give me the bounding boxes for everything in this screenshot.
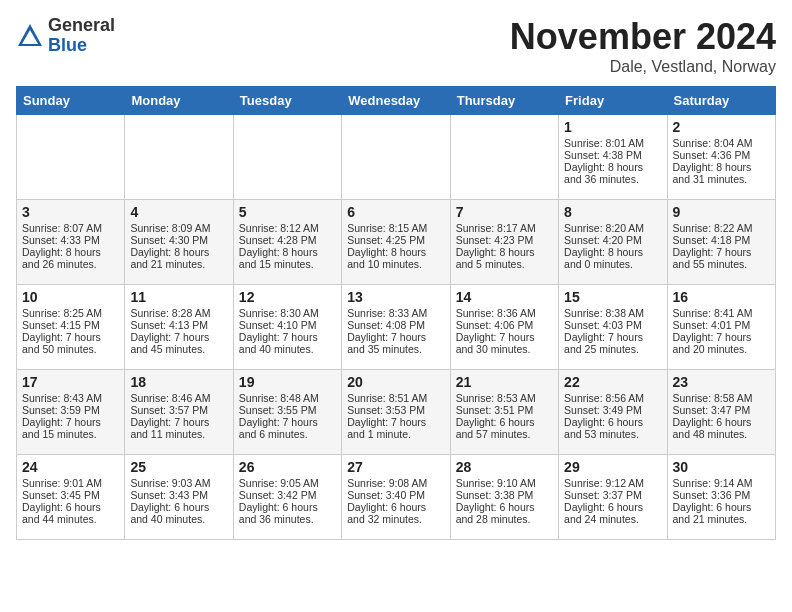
day-number: 27 — [347, 459, 444, 475]
column-header-friday: Friday — [559, 87, 667, 115]
calendar-cell — [125, 115, 233, 200]
day-info: Daylight: 7 hours and 15 minutes. — [22, 416, 119, 440]
column-header-thursday: Thursday — [450, 87, 558, 115]
calendar-cell: 25Sunrise: 9:03 AMSunset: 3:43 PMDayligh… — [125, 455, 233, 540]
calendar-cell — [450, 115, 558, 200]
day-number: 5 — [239, 204, 336, 220]
day-info: Sunrise: 8:58 AM — [673, 392, 770, 404]
day-info: Sunset: 4:06 PM — [456, 319, 553, 331]
calendar-cell: 5Sunrise: 8:12 AMSunset: 4:28 PMDaylight… — [233, 200, 341, 285]
calendar-cell: 22Sunrise: 8:56 AMSunset: 3:49 PMDayligh… — [559, 370, 667, 455]
calendar-week-4: 17Sunrise: 8:43 AMSunset: 3:59 PMDayligh… — [17, 370, 776, 455]
day-number: 4 — [130, 204, 227, 220]
calendar-cell: 19Sunrise: 8:48 AMSunset: 3:55 PMDayligh… — [233, 370, 341, 455]
day-info: Sunset: 4:33 PM — [22, 234, 119, 246]
day-info: Sunset: 4:08 PM — [347, 319, 444, 331]
logo-icon — [16, 22, 44, 50]
month-year: November 2024 — [510, 16, 776, 58]
day-info: Sunrise: 8:38 AM — [564, 307, 661, 319]
day-number: 12 — [239, 289, 336, 305]
day-info: Sunset: 3:47 PM — [673, 404, 770, 416]
day-info: Sunset: 3:45 PM — [22, 489, 119, 501]
logo-text: General Blue — [48, 16, 115, 56]
day-number: 15 — [564, 289, 661, 305]
day-info: Daylight: 8 hours and 0 minutes. — [564, 246, 661, 270]
day-info: Sunset: 4:23 PM — [456, 234, 553, 246]
day-info: Daylight: 6 hours and 57 minutes. — [456, 416, 553, 440]
day-info: Sunset: 3:51 PM — [456, 404, 553, 416]
page-header: General Blue November 2024 Dale, Vestlan… — [16, 16, 776, 76]
day-info: Sunset: 4:13 PM — [130, 319, 227, 331]
day-info: Sunrise: 8:41 AM — [673, 307, 770, 319]
calendar-cell: 14Sunrise: 8:36 AMSunset: 4:06 PMDayligh… — [450, 285, 558, 370]
calendar-cell: 20Sunrise: 8:51 AMSunset: 3:53 PMDayligh… — [342, 370, 450, 455]
day-info: Sunrise: 8:53 AM — [456, 392, 553, 404]
day-info: Sunset: 4:03 PM — [564, 319, 661, 331]
day-info: Daylight: 6 hours and 48 minutes. — [673, 416, 770, 440]
calendar-cell: 18Sunrise: 8:46 AMSunset: 3:57 PMDayligh… — [125, 370, 233, 455]
day-info: Daylight: 6 hours and 28 minutes. — [456, 501, 553, 525]
day-info: Sunrise: 8:17 AM — [456, 222, 553, 234]
calendar-cell: 15Sunrise: 8:38 AMSunset: 4:03 PMDayligh… — [559, 285, 667, 370]
day-info: Sunrise: 8:51 AM — [347, 392, 444, 404]
day-info: Daylight: 6 hours and 53 minutes. — [564, 416, 661, 440]
column-header-wednesday: Wednesday — [342, 87, 450, 115]
day-number: 8 — [564, 204, 661, 220]
logo: General Blue — [16, 16, 115, 56]
calendar-cell: 30Sunrise: 9:14 AMSunset: 3:36 PMDayligh… — [667, 455, 775, 540]
day-info: Daylight: 6 hours and 36 minutes. — [239, 501, 336, 525]
calendar-header: SundayMondayTuesdayWednesdayThursdayFrid… — [17, 87, 776, 115]
day-info: Sunrise: 8:04 AM — [673, 137, 770, 149]
day-number: 25 — [130, 459, 227, 475]
calendar-table: SundayMondayTuesdayWednesdayThursdayFrid… — [16, 86, 776, 540]
day-info: Sunrise: 9:12 AM — [564, 477, 661, 489]
calendar-cell: 8Sunrise: 8:20 AMSunset: 4:20 PMDaylight… — [559, 200, 667, 285]
day-info: Sunset: 3:49 PM — [564, 404, 661, 416]
day-number: 3 — [22, 204, 119, 220]
day-info: Daylight: 8 hours and 10 minutes. — [347, 246, 444, 270]
day-info: Daylight: 6 hours and 44 minutes. — [22, 501, 119, 525]
day-info: Sunrise: 8:56 AM — [564, 392, 661, 404]
day-info: Daylight: 7 hours and 11 minutes. — [130, 416, 227, 440]
day-info: Daylight: 7 hours and 25 minutes. — [564, 331, 661, 355]
day-info: Sunset: 4:18 PM — [673, 234, 770, 246]
day-info: Daylight: 7 hours and 30 minutes. — [456, 331, 553, 355]
calendar-cell: 12Sunrise: 8:30 AMSunset: 4:10 PMDayligh… — [233, 285, 341, 370]
day-info: Sunrise: 9:03 AM — [130, 477, 227, 489]
day-number: 19 — [239, 374, 336, 390]
calendar-body: 1Sunrise: 8:01 AMSunset: 4:38 PMDaylight… — [17, 115, 776, 540]
calendar-cell: 24Sunrise: 9:01 AMSunset: 3:45 PMDayligh… — [17, 455, 125, 540]
calendar-cell — [342, 115, 450, 200]
day-number: 22 — [564, 374, 661, 390]
day-info: Sunset: 4:01 PM — [673, 319, 770, 331]
calendar-cell: 1Sunrise: 8:01 AMSunset: 4:38 PMDaylight… — [559, 115, 667, 200]
day-number: 28 — [456, 459, 553, 475]
calendar-cell: 13Sunrise: 8:33 AMSunset: 4:08 PMDayligh… — [342, 285, 450, 370]
day-info: Sunset: 3:57 PM — [130, 404, 227, 416]
location: Dale, Vestland, Norway — [510, 58, 776, 76]
column-header-tuesday: Tuesday — [233, 87, 341, 115]
column-header-monday: Monday — [125, 87, 233, 115]
day-info: Sunrise: 8:46 AM — [130, 392, 227, 404]
day-number: 24 — [22, 459, 119, 475]
day-info: Sunrise: 8:20 AM — [564, 222, 661, 234]
calendar-cell: 29Sunrise: 9:12 AMSunset: 3:37 PMDayligh… — [559, 455, 667, 540]
day-number: 30 — [673, 459, 770, 475]
calendar-cell: 23Sunrise: 8:58 AMSunset: 3:47 PMDayligh… — [667, 370, 775, 455]
day-info: Sunrise: 9:10 AM — [456, 477, 553, 489]
day-info: Sunrise: 9:08 AM — [347, 477, 444, 489]
day-info: Sunset: 3:40 PM — [347, 489, 444, 501]
day-info: Sunrise: 8:28 AM — [130, 307, 227, 319]
day-number: 29 — [564, 459, 661, 475]
day-number: 1 — [564, 119, 661, 135]
day-info: Sunrise: 8:30 AM — [239, 307, 336, 319]
calendar-cell: 27Sunrise: 9:08 AMSunset: 3:40 PMDayligh… — [342, 455, 450, 540]
day-info: Daylight: 8 hours and 5 minutes. — [456, 246, 553, 270]
column-header-sunday: Sunday — [17, 87, 125, 115]
day-info: Sunset: 4:30 PM — [130, 234, 227, 246]
header-row: SundayMondayTuesdayWednesdayThursdayFrid… — [17, 87, 776, 115]
day-info: Daylight: 8 hours and 15 minutes. — [239, 246, 336, 270]
day-number: 26 — [239, 459, 336, 475]
day-info: Daylight: 7 hours and 45 minutes. — [130, 331, 227, 355]
calendar-cell: 11Sunrise: 8:28 AMSunset: 4:13 PMDayligh… — [125, 285, 233, 370]
